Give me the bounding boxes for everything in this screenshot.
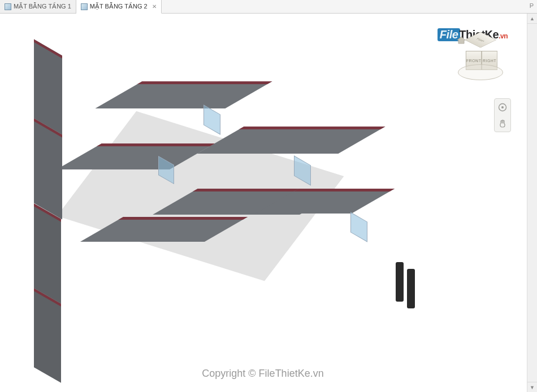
vertical-scrollbar[interactable]: ▲ ▼: [527, 14, 537, 392]
tab-label: MẶT BẰNG TẦNG 2: [90, 3, 148, 10]
view-tab-bar: MẶT BẰNG TẦNG 1 MẶT BẰNG TẦNG 2 ✕ P: [0, 0, 537, 14]
pan-hand-icon: [498, 119, 507, 128]
truncated-panel-label: P: [530, 0, 537, 13]
pan-button[interactable]: [496, 117, 509, 129]
floor-plan-3d-model[interactable]: [34, 47, 350, 296]
close-icon[interactable]: ✕: [152, 3, 157, 10]
tab-label: MẶT BẰNG TẦNG 1: [14, 3, 71, 10]
scroll-up-arrow[interactable]: ▲: [527, 14, 537, 24]
viewcube-control[interactable]: TOP FRONT RIGHT: [456, 36, 506, 87]
tab-floor-2[interactable]: MẶT BẰNG TẦNG 2 ✕: [76, 0, 162, 14]
compass-ring[interactable]: [458, 64, 503, 80]
steering-wheel-button[interactable]: [496, 101, 509, 114]
scroll-down-arrow[interactable]: ▼: [527, 382, 537, 392]
tab-floor-1[interactable]: MẶT BẰNG TẦNG 1: [0, 0, 76, 13]
sheet-icon: [5, 3, 11, 10]
svg-point-1: [501, 106, 504, 108]
navigation-bar: [494, 98, 511, 132]
sheet-icon: [81, 3, 88, 10]
model-viewport[interactable]: FileThietKe.vn TOP FRONT RIGHT Copyright…: [0, 14, 526, 392]
steering-wheel-icon: [498, 103, 507, 112]
watermark-copyright: Copyright © FileThietKe.vn: [202, 368, 323, 380]
